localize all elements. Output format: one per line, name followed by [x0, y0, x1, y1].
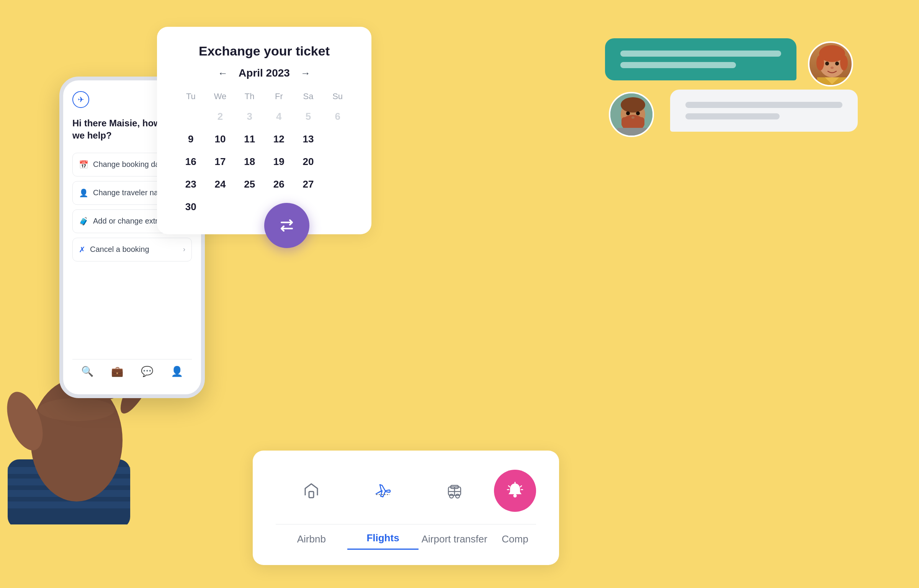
calendar-day[interactable]: 16 — [177, 151, 205, 172]
calendar-day[interactable]: 13 — [294, 129, 322, 150]
svg-line-40 — [520, 486, 522, 487]
svg-point-28 — [631, 116, 634, 119]
svg-point-34 — [456, 494, 460, 498]
calendar-day[interactable]: 2 — [206, 106, 234, 127]
calendar-day[interactable]: 11 — [235, 129, 263, 150]
tab-comp[interactable]: Comp — [494, 533, 536, 550]
calendar-day[interactable]: 10 — [206, 129, 234, 150]
airport-transfer-tab-icon[interactable] — [419, 482, 490, 500]
user-chat-bubble — [670, 90, 858, 132]
svg-point-23 — [621, 97, 645, 113]
person-icon: 👤 — [79, 188, 88, 198]
menu-label-cancel: Cancel a booking — [90, 245, 149, 254]
profile-nav-icon[interactable]: 👤 — [171, 366, 183, 377]
luggage-icon: 🧳 — [79, 217, 88, 226]
calendar-day[interactable]: 27 — [294, 174, 322, 195]
tab-flights[interactable]: Flights — [347, 532, 419, 550]
svg-point-16 — [840, 55, 848, 70]
day-header-th: Th — [235, 88, 263, 105]
calendar-card: Exchange your ticket ← April 2023 → Tu W… — [157, 27, 371, 234]
agent-avatar — [808, 41, 853, 87]
svg-point-18 — [835, 62, 839, 65]
calendar-day[interactable]: 17 — [206, 151, 234, 172]
calendar-day[interactable] — [177, 106, 205, 127]
search-nav-icon[interactable]: 🔍 — [81, 366, 93, 377]
airbnb-tab-icon[interactable] — [276, 482, 347, 500]
calendar-day[interactable] — [324, 151, 352, 172]
bookings-nav-icon[interactable]: 💼 — [111, 366, 123, 377]
user-chat-line-2 — [685, 113, 780, 119]
calendar-day[interactable] — [324, 129, 352, 150]
calendar-day[interactable]: 30 — [177, 196, 205, 217]
calendar-day[interactable]: 4 — [265, 106, 293, 127]
calendar-day[interactable]: 12 — [265, 129, 293, 150]
flights-tab-icon[interactable] — [347, 482, 419, 500]
menu-label-extras: Add or change extras — [93, 217, 166, 225]
comp-tab-icon-special[interactable] — [494, 470, 536, 512]
calendar-icon: 📅 — [79, 160, 88, 169]
calendar-title: Exchange your ticket — [177, 44, 352, 59]
app-logo: ✈ — [72, 91, 89, 108]
service-icons-row — [276, 470, 536, 512]
user-avatar — [609, 92, 654, 137]
calendar-nav: ← April 2023 → — [177, 67, 352, 79]
svg-point-33 — [450, 494, 453, 498]
calendar-day[interactable]: 24 — [206, 174, 234, 195]
svg-point-15 — [816, 55, 824, 70]
agent-chat-bubble — [605, 38, 796, 80]
day-header-sa: Sa — [294, 88, 322, 105]
messages-nav-icon[interactable]: 💬 — [141, 366, 153, 377]
calendar-month-label: April 2023 — [239, 67, 290, 79]
tab-airbnb[interactable]: Airbnb — [276, 533, 347, 550]
day-header-fr: Fr — [265, 88, 293, 105]
svg-point-26 — [626, 111, 630, 115]
user-avatar-face — [610, 93, 654, 137]
svg-point-27 — [636, 111, 640, 115]
svg-point-37 — [513, 494, 517, 498]
calendar-day[interactable]: 25 — [235, 174, 263, 195]
calendar-day[interactable]: 9 — [177, 129, 205, 150]
prev-month-button[interactable]: ← — [218, 67, 228, 79]
calendar-day[interactable]: 3 — [235, 106, 263, 127]
calendar-day[interactable]: 20 — [294, 151, 322, 172]
svg-point-17 — [825, 62, 829, 65]
agent-avatar-face — [809, 43, 853, 87]
next-month-button[interactable]: → — [301, 67, 311, 79]
calendar-day[interactable]: 6 — [324, 106, 352, 127]
calendar-day[interactable]: 18 — [235, 151, 263, 172]
bottom-service-card: Airbnb Flights Airport transfer Comp — [253, 451, 559, 565]
svg-rect-30 — [309, 492, 314, 498]
calendar-grid: Tu We Th Fr Sa Su 2 3 4 5 6 9 10 11 12 1… — [177, 88, 352, 217]
chat-line-1 — [620, 51, 781, 57]
chat-area — [605, 38, 858, 132]
exchange-button[interactable] — [264, 203, 309, 248]
svg-line-39 — [509, 486, 510, 487]
chat-line-2 — [620, 62, 736, 68]
day-header-we: We — [206, 88, 234, 105]
exchange-icon — [276, 215, 298, 236]
arrow-icon-4: › — [183, 245, 185, 253]
bell-icon — [505, 480, 525, 501]
cancel-icon: ✗ — [79, 245, 85, 254]
calendar-day[interactable]: 19 — [265, 151, 293, 172]
calendar-day[interactable]: 23 — [177, 174, 205, 195]
tab-airport-transfer[interactable]: Airport transfer — [419, 533, 490, 550]
svg-point-19 — [831, 67, 834, 69]
day-header-su: Su — [324, 88, 352, 105]
day-header-tu: Tu — [177, 88, 205, 105]
phone-bottom-nav: 🔍 💼 💬 👤 — [72, 359, 192, 384]
calendar-day[interactable] — [324, 174, 352, 195]
calendar-day[interactable]: 5 — [294, 106, 322, 127]
service-labels-row: Airbnb Flights Airport transfer Comp — [276, 524, 536, 550]
menu-item-cancel[interactable]: ✗ Cancel a booking › — [72, 238, 192, 261]
calendar-day[interactable]: 26 — [265, 174, 293, 195]
user-chat-line-1 — [685, 102, 842, 108]
